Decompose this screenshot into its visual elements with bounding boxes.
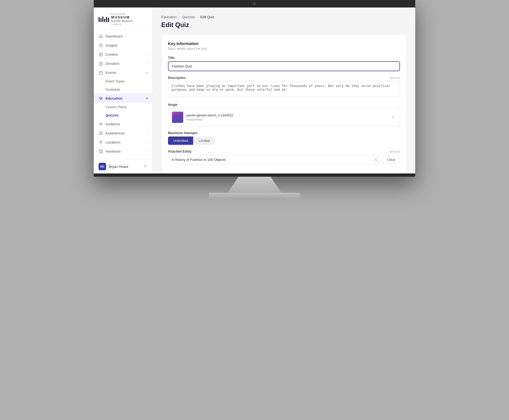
unlimited-toggle[interactable]: Unlimited (168, 137, 193, 145)
education-icon (99, 96, 103, 100)
key-information-title: Key Information (168, 41, 400, 46)
sidebar-item-events[interactable]: Events ▾ (94, 68, 152, 77)
monitor-frame: AYCLIFFE MUSEUM Aycliffe Museum n-gage.i… (94, 0, 415, 177)
sidebar-item-hardware-label: Hardware (106, 149, 144, 153)
svg-point-14 (100, 133, 102, 134)
image-close-button[interactable]: × (390, 114, 396, 120)
title-label: Title (168, 56, 400, 60)
hardware-arrow: › (147, 150, 148, 153)
camera-dot (253, 2, 256, 5)
svg-rect-13 (99, 132, 102, 135)
insights-icon (99, 43, 103, 47)
breadcrumb-sep-1: › (179, 15, 180, 19)
image-info: pexels-genaro-servA_n-1343522 image/webp (186, 113, 387, 121)
max-attempts-form-group: Maximum Attempts Unlimited Limited (168, 131, 400, 145)
locations-arrow: › (147, 141, 148, 144)
image-form-group: Image pexels-genaro-servA_n-1343522 imag… (168, 103, 400, 126)
sidebar-item-content[interactable]: Content › (94, 50, 152, 59)
attached-entity-optional: optional (390, 150, 400, 153)
locations-icon (99, 140, 103, 144)
sidebar-item-education[interactable]: Education ▾ (94, 94, 152, 103)
education-arrow: ▾ (146, 97, 148, 100)
monitor-stand-area (209, 177, 300, 199)
sidebar-item-education-label: Education (106, 96, 144, 100)
sidebar-item-experiences-label: Experiences (106, 131, 144, 135)
experiences-arrow: › (147, 132, 148, 135)
entity-select[interactable]: A History of Fashion in 100 Objects (168, 155, 380, 164)
content-icon (99, 52, 103, 56)
image-label: Image (168, 103, 400, 107)
sidebar-item-content-label: Content (106, 52, 144, 56)
logo-aycliffe: AYCLIFFE (111, 13, 133, 15)
monitor-base (209, 193, 300, 199)
sidebar-item-quizzes[interactable]: Quizzes (94, 111, 152, 119)
sidebar-item-lesson-plans[interactable]: Lesson Plans (94, 103, 152, 111)
image-filename: pexels-genaro-servA_n-1343522 (186, 113, 387, 117)
monitor-top-bar (94, 0, 415, 7)
logo-domain: n-gage.io (111, 23, 133, 25)
sidebar-item-hardware[interactable]: Hardware › (94, 147, 152, 156)
user-avatar: BH (99, 163, 106, 170)
description-form-group: Description optional Clothes have been p… (168, 76, 400, 98)
logo-museum-name: Aycliffe Museum (111, 20, 133, 22)
sidebar-nav: Dashboard Insights Content › (94, 29, 152, 159)
image-thumbnail (172, 112, 183, 123)
sidebar-item-audience[interactable]: Audience › (94, 119, 152, 128)
donation-arrow: › (147, 62, 148, 65)
sidebar-item-event-types-label: Event Types (106, 79, 125, 83)
svg-rect-7 (99, 71, 102, 74)
audience-icon (99, 122, 103, 126)
sidebar-item-event-types[interactable]: Event Types (94, 77, 152, 85)
title-input[interactable] (168, 61, 400, 71)
entity-select-wrapper: A History of Fashion in 100 Objects ⇅ (168, 155, 380, 164)
page-title: Edit Quiz (161, 21, 407, 29)
attached-entity-label: Attached Entity (168, 150, 192, 153)
events-arrow: ▾ (146, 71, 148, 74)
breadcrumb-quizzes[interactable]: Quizzes (182, 15, 195, 19)
max-attempts-label: Maximum Attempts (168, 131, 400, 135)
svg-point-6 (100, 64, 101, 65)
limited-toggle[interactable]: Limited (193, 137, 215, 145)
description-optional: optional (390, 76, 400, 80)
sidebar-item-events-label: Events (106, 71, 144, 75)
sidebar-item-lesson-plans-label: Lesson Plans (106, 105, 126, 109)
sidebar-item-donation[interactable]: Donation › (94, 59, 152, 68)
svg-point-12 (101, 123, 102, 124)
sidebar-item-insights[interactable]: Insights (94, 41, 152, 50)
monitor-stand (228, 177, 281, 193)
sidebar-item-experiences[interactable]: Experiences › (94, 128, 152, 138)
sidebar-item-dashboard[interactable]: Dashboard (94, 32, 152, 41)
breadcrumb-sep-2: › (197, 15, 198, 19)
key-information-subtitle: Basic details about the quiz (168, 47, 400, 51)
experiences-icon (99, 131, 103, 135)
description-label: Description (168, 76, 186, 80)
svg-rect-17 (100, 150, 102, 152)
sidebar-item-locations[interactable]: Locations › (94, 138, 152, 147)
attached-entity-form-group: Attached Entity optional A History of Fa… (168, 150, 400, 164)
key-information-card: Key Information Basic details about the … (161, 35, 407, 173)
svg-rect-16 (99, 150, 102, 153)
sidebar-item-locations-label: Locations (106, 140, 144, 144)
max-attempts-toggle-group: Unlimited Limited (168, 137, 400, 145)
app-container: AYCLIFFE MUSEUM Aycliffe Museum n-gage.i… (94, 7, 415, 173)
logo-columns-icon (99, 17, 109, 22)
svg-point-15 (100, 141, 101, 142)
title-form-group: Title (168, 56, 400, 71)
user-name: Bryan Hoare (109, 165, 141, 169)
audience-arrow: › (147, 123, 148, 126)
sidebar-item-schedule-label: Schedule (106, 88, 120, 92)
home-icon (99, 34, 103, 38)
image-upload-box: pexels-genaro-servA_n-1343522 image/webp… (168, 108, 400, 126)
description-textarea[interactable]: Clothes have been playing an important p… (168, 81, 400, 97)
sidebar-item-donation-label: Donation (106, 62, 144, 66)
donation-icon (99, 61, 103, 66)
breadcrumb-education[interactable]: Education (161, 15, 177, 19)
breadcrumb: Education › Quizzes › Edit Quiz (161, 15, 407, 19)
sidebar: AYCLIFFE MUSEUM Aycliffe Museum n-gage.i… (94, 7, 153, 173)
logout-icon[interactable] (144, 164, 148, 169)
sidebar-item-schedule[interactable]: Schedule (94, 85, 152, 94)
sidebar-footer: BH Bryan Hoare (94, 159, 152, 173)
svg-rect-5 (99, 63, 103, 65)
svg-point-11 (100, 123, 101, 124)
clear-button[interactable]: Clear (383, 155, 400, 164)
